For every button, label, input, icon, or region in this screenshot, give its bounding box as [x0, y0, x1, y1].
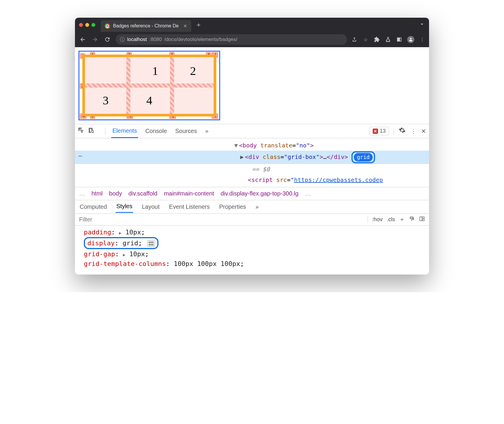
devtools-panel: Elements Console Sources » ✕ 13 ⋮ ✕ ▼<bo… — [75, 124, 429, 275]
tab-sources[interactable]: Sources — [174, 125, 198, 137]
styles-subtabs: Computed Styles Layout Event Listeners P… — [75, 200, 429, 214]
svg-rect-2 — [152, 241, 153, 243]
subtabs-overflow-button[interactable]: » — [255, 201, 259, 213]
subtab-styles[interactable]: Styles — [116, 201, 133, 213]
grid-gap-overlay — [170, 57, 174, 114]
labs-icon[interactable] — [385, 36, 391, 43]
forward-button[interactable] — [91, 36, 99, 43]
css-declaration[interactable]: grid-template-columns: 100px 100px 100px… — [84, 259, 423, 269]
tab-title: Badges reference - Chrome De — [113, 23, 179, 29]
settings-icon[interactable] — [399, 127, 406, 135]
url-port: :8080 — [149, 37, 162, 42]
svg-rect-1 — [150, 241, 152, 243]
devtools-tools — [78, 127, 94, 135]
reload-button[interactable] — [103, 36, 112, 43]
browser-tab[interactable]: Badges reference - Chrome De ✕ — [101, 20, 191, 32]
svg-rect-4 — [150, 244, 152, 245]
url-path: /docs/devtools/elements/badges/ — [164, 37, 238, 42]
grid-gap-overlay — [85, 83, 213, 88]
subtab-computed[interactable]: Computed — [79, 201, 107, 213]
css-declaration[interactable]: padding: ▶ 10px; — [84, 227, 423, 237]
error-icon: ✕ — [373, 129, 378, 134]
css-declaration[interactable]: grid-gap: ▶ 10px; — [84, 249, 423, 259]
window-maximize-button[interactable] — [91, 23, 95, 27]
breadcrumb-overflow-left[interactable]: … — [79, 190, 85, 197]
breadcrumb-item[interactable]: html — [91, 190, 103, 197]
cls-toggle[interactable]: .cls — [387, 216, 395, 223]
new-tab-button[interactable]: ＋ — [195, 20, 202, 29]
dom-breadcrumb[interactable]: … html body div.scaffold main#main-conte… — [75, 187, 429, 200]
devtools-close-icon[interactable]: ✕ — [421, 128, 426, 135]
breadcrumb-item[interactable]: div.display-flex.gap-top-300.lg — [220, 190, 298, 197]
svg-rect-3 — [149, 244, 150, 245]
styles-filter-tools: :hov .cls ＋ — [364, 216, 429, 223]
svg-rect-0 — [149, 241, 150, 243]
window-minimize-button[interactable] — [85, 23, 89, 27]
breadcrumb-item[interactable]: main#main-content — [164, 190, 214, 197]
error-count-badge[interactable]: ✕ 13 — [369, 127, 389, 135]
bookmark-icon[interactable]: ☆ — [362, 36, 369, 43]
url-bar: ⓘ localhost:8080/docs/devtools/elements/… — [75, 32, 429, 47]
subtab-properties[interactable]: Properties — [219, 201, 247, 213]
address-bar[interactable]: ⓘ localhost:8080/docs/devtools/elements/… — [116, 34, 347, 45]
computed-panel-toggle-icon[interactable] — [419, 216, 425, 223]
grid-cell: 3 — [84, 86, 127, 115]
menu-icon[interactable]: ⋮ — [419, 36, 426, 43]
hov-toggle[interactable]: :hov — [372, 216, 383, 223]
device-toggle-icon[interactable] — [88, 127, 94, 135]
dom-tree[interactable]: ▼<body translate="no"> ▶<div class="grid… — [75, 138, 429, 187]
inspect-icon[interactable] — [78, 127, 84, 135]
new-rule-button[interactable]: ＋ — [399, 216, 405, 223]
display-grid-highlight: display: grid; — [84, 237, 158, 249]
svg-rect-5 — [152, 244, 153, 245]
side-panel-icon[interactable] — [396, 36, 402, 43]
back-button[interactable] — [78, 36, 87, 43]
grid-gap-overlay — [126, 57, 130, 114]
grid-badge[interactable]: grid — [351, 151, 375, 163]
devtools-menu-icon[interactable]: ⋮ — [410, 128, 416, 135]
tabs-overflow-button[interactable]: » — [204, 125, 210, 137]
dom-selected-reference: == $0 — [75, 164, 429, 175]
extensions-icon[interactable] — [374, 36, 380, 43]
title-bar: Badges reference - Chrome De ✕ ＋ — [75, 18, 429, 32]
grid-inner: 1 2 3 4 — [82, 55, 216, 116]
page-viewport: 1 1 2 3 4 -1 2 -4 3 -3 -2 -1 1 2 3 4 — [75, 47, 429, 124]
styles-filter-row: :hov .cls ＋ — [75, 214, 429, 226]
share-icon[interactable] — [351, 36, 358, 43]
styles-filter-input[interactable] — [75, 214, 364, 225]
traffic-lights — [79, 23, 95, 27]
tab-console[interactable]: Console — [144, 125, 168, 137]
breadcrumb-item[interactable]: body — [109, 190, 122, 197]
tab-close-icon[interactable]: ✕ — [183, 23, 187, 29]
tab-elements[interactable]: Elements — [111, 124, 138, 138]
grid-cell — [171, 86, 215, 115]
subtab-layout[interactable]: Layout — [141, 201, 160, 213]
subtab-event-listeners[interactable]: Event Listeners — [168, 201, 210, 213]
profile-avatar[interactable] — [407, 36, 414, 43]
devtools-tabbar: Elements Console Sources » ✕ 13 ⋮ ✕ — [75, 124, 429, 138]
tabs-overflow-icon[interactable] — [419, 21, 425, 28]
chrome-icon — [105, 23, 110, 29]
toolbar-icons: ☆ ⋮ — [351, 36, 426, 43]
grid-editor-icon[interactable] — [147, 240, 155, 247]
paint-icon[interactable] — [409, 216, 415, 223]
grid-overlay-preview: 1 1 2 3 4 -1 2 -4 3 -3 -2 -1 1 2 3 4 — [78, 51, 220, 120]
dom-node-div-gridbox[interactable]: ▶<div class="grid-box">…</div> grid — [75, 151, 429, 164]
dom-node-body[interactable]: ▼<body translate="no"> — [75, 140, 429, 151]
css-declaration-display[interactable]: display: grid; — [84, 237, 423, 249]
window-close-button[interactable] — [79, 23, 83, 27]
breadcrumb-overflow-right[interactable]: … — [305, 190, 311, 197]
dom-node-script[interactable]: <script src="https://cpwebassets.codep — [75, 175, 429, 185]
browser-window: Badges reference - Chrome De ✕ ＋ ⓘ local… — [75, 18, 429, 275]
breadcrumb-item[interactable]: div.scaffold — [128, 190, 157, 197]
grid-cell: 2 — [171, 56, 215, 86]
grid-cell: 4 — [127, 86, 171, 115]
site-info-icon[interactable]: ⓘ — [120, 36, 125, 43]
css-rules-pane[interactable]: padding: ▶ 10px; display: grid; grid-gap… — [75, 226, 429, 275]
url-host: localhost — [127, 37, 147, 42]
